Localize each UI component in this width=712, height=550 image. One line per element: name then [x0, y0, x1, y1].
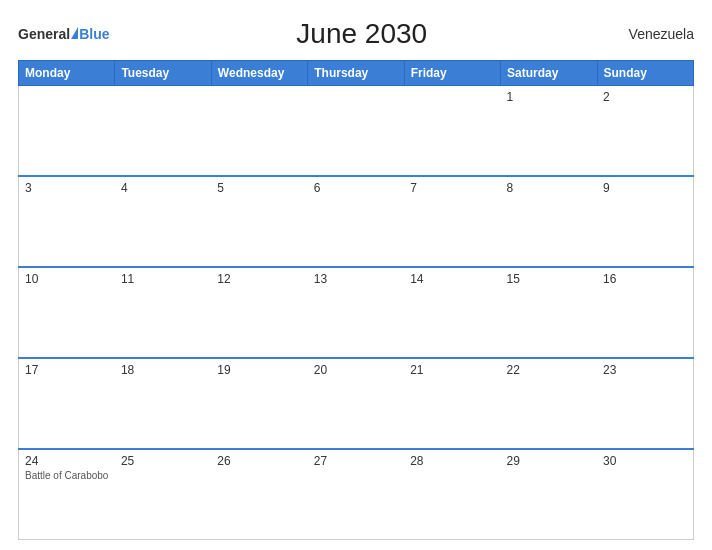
logo-blue-text: Blue [79, 26, 109, 42]
calendar-cell: 6 [308, 176, 404, 267]
calendar-cell: 15 [501, 267, 597, 358]
week-row-3: 10111213141516 [19, 267, 694, 358]
page: General Blue June 2030 Venezuela Monday … [0, 0, 712, 550]
calendar-cell: 17 [19, 358, 115, 449]
day-number: 29 [507, 454, 591, 468]
day-number: 28 [410, 454, 494, 468]
calendar-cell: 8 [501, 176, 597, 267]
week-row-1: 12 [19, 86, 694, 177]
calendar-cell: 16 [597, 267, 693, 358]
calendar-cell: 18 [115, 358, 211, 449]
logo: General Blue [18, 26, 109, 42]
calendar-cell: 10 [19, 267, 115, 358]
day-number: 25 [121, 454, 205, 468]
day-number: 26 [217, 454, 301, 468]
day-number: 6 [314, 181, 398, 195]
day-number: 22 [507, 363, 591, 377]
calendar-cell: 22 [501, 358, 597, 449]
day-number: 2 [603, 90, 687, 104]
day-number: 16 [603, 272, 687, 286]
day-number: 11 [121, 272, 205, 286]
calendar-cell: 21 [404, 358, 500, 449]
day-number: 8 [507, 181, 591, 195]
logo-general-text: General [18, 26, 70, 42]
day-number: 14 [410, 272, 494, 286]
day-number: 9 [603, 181, 687, 195]
calendar-title: June 2030 [109, 18, 614, 50]
calendar-cell: 7 [404, 176, 500, 267]
calendar-cell: 14 [404, 267, 500, 358]
calendar-cell: 30 [597, 449, 693, 540]
country-label: Venezuela [614, 26, 694, 42]
col-wednesday: Wednesday [211, 61, 307, 86]
calendar-cell: 5 [211, 176, 307, 267]
calendar-cell: 20 [308, 358, 404, 449]
calendar-cell: 11 [115, 267, 211, 358]
calendar-cell: 26 [211, 449, 307, 540]
day-number: 21 [410, 363, 494, 377]
day-number: 12 [217, 272, 301, 286]
calendar-table: Monday Tuesday Wednesday Thursday Friday… [18, 60, 694, 540]
calendar-cell: 24Battle of Carabobo [19, 449, 115, 540]
calendar-cell: 23 [597, 358, 693, 449]
logo-triangle-icon [71, 27, 78, 39]
calendar-cell: 9 [597, 176, 693, 267]
week-row-2: 3456789 [19, 176, 694, 267]
calendar-cell [404, 86, 500, 177]
calendar-cell [115, 86, 211, 177]
calendar-cell: 4 [115, 176, 211, 267]
calendar-cell: 25 [115, 449, 211, 540]
col-sunday: Sunday [597, 61, 693, 86]
week-row-5: 24Battle of Carabobo252627282930 [19, 449, 694, 540]
calendar-cell: 19 [211, 358, 307, 449]
day-number: 27 [314, 454, 398, 468]
calendar-cell: 12 [211, 267, 307, 358]
day-number: 5 [217, 181, 301, 195]
day-number: 1 [507, 90, 591, 104]
col-tuesday: Tuesday [115, 61, 211, 86]
col-friday: Friday [404, 61, 500, 86]
calendar-cell: 1 [501, 86, 597, 177]
calendar-cell: 3 [19, 176, 115, 267]
calendar-cell [19, 86, 115, 177]
week-row-4: 17181920212223 [19, 358, 694, 449]
calendar-cell [308, 86, 404, 177]
day-event: Battle of Carabobo [25, 470, 109, 481]
day-number: 19 [217, 363, 301, 377]
col-thursday: Thursday [308, 61, 404, 86]
day-number: 7 [410, 181, 494, 195]
day-number: 30 [603, 454, 687, 468]
day-number: 17 [25, 363, 109, 377]
day-number: 10 [25, 272, 109, 286]
calendar-cell [211, 86, 307, 177]
calendar-cell: 27 [308, 449, 404, 540]
header: General Blue June 2030 Venezuela [18, 18, 694, 50]
day-number: 20 [314, 363, 398, 377]
col-monday: Monday [19, 61, 115, 86]
calendar-cell: 28 [404, 449, 500, 540]
day-number: 24 [25, 454, 109, 468]
day-number: 18 [121, 363, 205, 377]
calendar-cell: 13 [308, 267, 404, 358]
day-number: 13 [314, 272, 398, 286]
calendar-cell: 29 [501, 449, 597, 540]
day-number: 4 [121, 181, 205, 195]
day-number: 23 [603, 363, 687, 377]
header-row: Monday Tuesday Wednesday Thursday Friday… [19, 61, 694, 86]
day-number: 15 [507, 272, 591, 286]
calendar-cell: 2 [597, 86, 693, 177]
day-number: 3 [25, 181, 109, 195]
col-saturday: Saturday [501, 61, 597, 86]
